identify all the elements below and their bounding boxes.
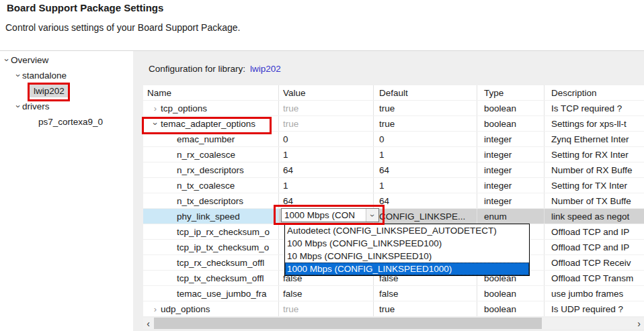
combobox-dropdown-button[interactable]: › [366, 209, 378, 222]
row-default-cell: false [374, 286, 477, 301]
chevron-down-icon: › [14, 103, 23, 111]
row-default-cell: CONFIG_LINKSPE... [374, 209, 477, 224]
row-name-cell: n_rx_coalesce [143, 147, 279, 162]
dropdown-option-1000mbps-selected[interactable]: 1000 Mbps (CONFIG_LINKSPEED1000) [285, 263, 529, 275]
configuration-label: Configuration for library: [149, 64, 245, 74]
row-value-cell[interactable]: 1 [279, 147, 374, 162]
row-name-cell: ›temac_adapter_options [143, 116, 279, 131]
page-title: Board Support Package Settings [7, 2, 163, 13]
row-type-cell: boolean [477, 301, 545, 316]
row-type-cell: integer [477, 193, 545, 208]
chevron-down-icon: › [3, 56, 11, 64]
row-value-cell: true [279, 101, 374, 115]
table-row-n-rx-descriptors[interactable]: n_rx_descriptors 64 64 integer Number of… [143, 162, 644, 178]
row-default-cell: 1 [374, 147, 477, 162]
table-row-udp-options[interactable]: ›udp_options true true boolean Is UDP re… [143, 301, 644, 317]
row-name-cell: n_tx_descriptors [143, 193, 279, 208]
sidebar-item-overview[interactable]: › Overview [0, 52, 133, 68]
table-header-row: Name Value Default Type Description [143, 85, 644, 101]
row-value-cell[interactable]: 64 [279, 162, 374, 177]
table-row-emac-number[interactable]: emac_number 0 0 integer Zynq Ethernet In… [143, 132, 644, 147]
row-default-cell: 64 [374, 162, 477, 177]
chevron-right-icon[interactable]: › [151, 104, 159, 113]
row-description-cell: Is TCP required ? [545, 101, 644, 115]
scrollbar-thumb[interactable] [154, 318, 542, 329]
scroll-left-icon[interactable]: ‹ [143, 318, 153, 329]
settings-table: Name Value Default Type Description ›tcp… [143, 85, 644, 317]
tree-item-label: Overview [11, 55, 48, 65]
row-value-cell: true [279, 116, 374, 131]
configuration-caption: Configuration for library:lwip202 [149, 64, 281, 74]
row-name-cell: ›tcp_options [143, 101, 279, 115]
row-name-cell: tcp_ip_tx_checksum_o [143, 240, 279, 254]
library-link[interactable]: lwip202 [250, 64, 281, 74]
row-value-cell: true [279, 301, 374, 316]
row-type-cell: boolean [477, 101, 545, 115]
row-description-cell: Number of RX Buffe [545, 162, 644, 177]
chevron-right-icon[interactable]: › [151, 305, 159, 314]
row-default-cell: 0 [374, 132, 477, 146]
dropdown-option-10mbps[interactable]: 10 Mbps (CONFIG_LINKSPEED10) [285, 250, 529, 263]
column-header-type: Type [477, 85, 545, 100]
table-row-n-tx-descriptors[interactable]: n_tx_descriptors 64 64 integer Number of… [143, 193, 644, 209]
column-header-value: Value [279, 85, 374, 100]
row-name-cell: phy_link_speed [143, 209, 279, 224]
column-header-description: Description [545, 85, 644, 100]
tree-item-label: lwip202 [30, 85, 69, 97]
column-header-default: Default [374, 85, 477, 100]
combobox-value: 1000 Mbps (CON [282, 209, 366, 222]
row-name-cell: n_rx_descriptors [143, 162, 279, 177]
table-row-n-tx-coalesce[interactable]: n_tx_coalesce 1 1 integer Setting for TX… [143, 178, 644, 193]
row-name-cell: tcp_tx_checksum_offl [143, 271, 279, 285]
row-description-cell: Settings for xps-ll-t [545, 116, 644, 131]
chevron-down-icon[interactable]: › [151, 120, 160, 128]
row-value-cell[interactable]: 0 [279, 132, 374, 146]
row-description-cell: Number of TX Buffe [545, 193, 644, 208]
row-description-cell: Zynq Ethernet Inter [545, 132, 644, 146]
row-name-cell: n_tx_coalesce [143, 178, 279, 193]
row-description-cell: Offload TCP and IP [545, 240, 644, 254]
table-row-n-rx-coalesce[interactable]: n_rx_coalesce 1 1 integer Setting for RX… [143, 147, 644, 162]
page-subtitle: Control various settings of your Board S… [5, 22, 240, 33]
row-value-cell[interactable]: 1 [279, 178, 374, 193]
phy-link-speed-combobox[interactable]: 1000 Mbps (CON › [281, 208, 379, 222]
row-name-cell: tcp_rx_checksum_offl [143, 255, 279, 270]
row-type-cell: integer [477, 178, 545, 193]
tree-item-label: ps7_cortexa9_0 [38, 117, 103, 127]
row-name-cell: tcp_ip_rx_checksum_o [143, 224, 279, 239]
sidebar-item-drivers[interactable]: › drivers [0, 99, 133, 114]
sidebar-item-lwip202[interactable]: lwip202 [0, 83, 133, 99]
row-description-cell: Offload TCP and IP [545, 224, 644, 239]
row-description-cell: link speed as negot [545, 209, 644, 224]
dropdown-option-100mbps[interactable]: 100 Mbps (CONFIG_LINKSPEED100) [285, 237, 529, 250]
row-default-cell: 1 [374, 178, 477, 193]
dropdown-option-autodetect[interactable]: Autodetect (CONFIG_LINKSPEED_AUTODETECT) [285, 224, 529, 237]
horizontal-scrollbar[interactable]: ‹ › [143, 318, 644, 329]
sidebar-item-standalone[interactable]: › standalone [0, 68, 133, 83]
sidebar-item-ps7-cortexa9-0[interactable]: ps7_cortexa9_0 [0, 114, 133, 130]
dropdown-arrow-icon: › [368, 214, 376, 217]
row-description-cell: Setting for RX Inter [545, 147, 644, 162]
row-description-cell: Setting for TX Inter [545, 178, 644, 193]
scroll-right-icon[interactable]: › [634, 318, 644, 329]
table-row-temac-adapter-options[interactable]: ›temac_adapter_options true true boolean… [143, 116, 644, 132]
tree-item-label: drivers [22, 101, 50, 111]
row-value-cell[interactable]: false [279, 286, 374, 301]
column-header-name: Name [143, 85, 279, 100]
table-row-tcp-options[interactable]: ›tcp_options true true boolean Is TCP re… [143, 101, 644, 116]
tree-item-label: standalone [22, 70, 67, 81]
chevron-down-icon: › [14, 72, 23, 80]
row-name-cell: ›udp_options [143, 301, 279, 316]
row-description-cell: Offload TCP Receiv [545, 255, 644, 270]
row-default-cell: true [374, 101, 477, 115]
row-description-cell: Offload TCP Transm [545, 271, 644, 285]
row-default-cell: true [374, 301, 477, 316]
row-description-cell: Is UDP required ? [545, 301, 644, 316]
row-type-cell: boolean [477, 116, 545, 131]
table-row-phy-link-speed[interactable]: phy_link_speed CONFIG_LINKSPE... enum li… [143, 209, 644, 224]
row-value-cell[interactable]: 64 [279, 193, 374, 208]
phy-link-speed-dropdown-list: Autodetect (CONFIG_LINKSPEED_AUTODETECT)… [284, 224, 530, 276]
table-row-temac-use-jumbo[interactable]: temac_use_jumbo_fra false false boolean … [143, 286, 644, 301]
row-default-cell: true [374, 116, 477, 131]
row-name-cell: temac_use_jumbo_fra [143, 286, 279, 301]
